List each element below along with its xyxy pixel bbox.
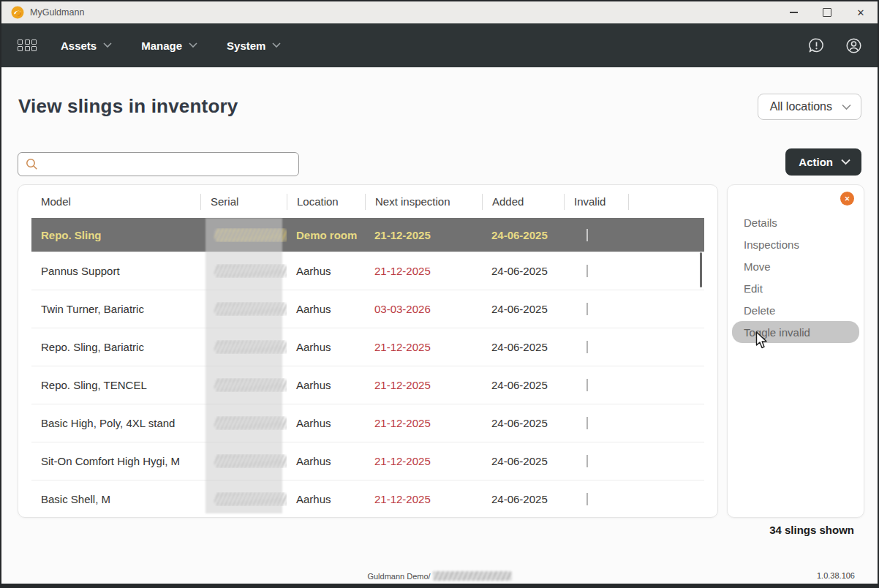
invalid-checkbox[interactable] [586, 455, 588, 467]
menu-item-move[interactable]: Move [732, 255, 859, 277]
search-icon [26, 158, 38, 170]
footer-organization: Guldmann Demo/ [1, 571, 878, 581]
table-row[interactable]: Basic Shell, M Aarhus 21-12-2025 24-06-2… [31, 480, 704, 518]
cell-model: Repo. Sling, Bariatric [31, 341, 200, 353]
cell-location: Aarhus [287, 455, 365, 467]
cell-added: 24-06-2025 [482, 455, 564, 467]
redaction-scribble [433, 571, 512, 581]
col-header-location[interactable]: Location [287, 194, 365, 210]
redaction-scribble [214, 340, 287, 354]
col-header-next-inspection[interactable]: Next inspection [365, 194, 482, 210]
menu-item-edit[interactable]: Edit [732, 277, 859, 299]
table-row[interactable]: Sit-On Comfort High Hygi, M Aarhus 21-12… [31, 442, 704, 480]
cell-serial-redacted [200, 454, 287, 468]
cell-serial-redacted [200, 340, 287, 354]
cell-serial-redacted [200, 302, 287, 316]
cell-added: 24-06-2025 [482, 303, 564, 315]
nav-assets[interactable]: Assets [61, 39, 112, 52]
col-header-added[interactable]: Added [482, 194, 564, 210]
footer-org-label: Guldmann Demo/ [367, 572, 430, 581]
cell-serial-redacted [200, 378, 287, 392]
cell-added: 24-06-2025 [482, 229, 564, 241]
cell-model: Basic High, Poly, 4XL stand [31, 417, 200, 429]
close-icon: ✕ [845, 195, 850, 203]
menu-list: Details Inspections Move Edit Delete Tog… [728, 211, 864, 343]
cell-location: Aarhus [287, 417, 365, 429]
cell-next-inspection: 21-12-2025 [365, 417, 482, 429]
cell-invalid [564, 417, 628, 429]
close-icon: ✕ [857, 8, 865, 18]
nav-manage[interactable]: Manage [141, 39, 197, 52]
table-row[interactable]: Twin Turner, Bariatric Aarhus 03-03-2026… [31, 290, 704, 328]
cell-next-inspection: 21-12-2025 [365, 341, 482, 353]
menu-item-toggle-invalid[interactable]: Toggle invalid [732, 321, 859, 343]
cell-added: 24-06-2025 [482, 493, 564, 505]
menu-item-inspections[interactable]: Inspections [732, 233, 859, 255]
menu-item-details[interactable]: Details [732, 211, 859, 233]
cell-added: 24-06-2025 [482, 379, 564, 391]
table-header-row: Model Serial Location Next inspection Ad… [31, 185, 704, 218]
maximize-icon [823, 8, 831, 17]
cell-invalid [564, 341, 628, 353]
row-action-menu: ✕ Details Inspections Move Edit Delete T… [727, 184, 864, 518]
cell-location: Aarhus [287, 493, 365, 505]
table-row[interactable]: Repo. Sling, TENCEL Aarhus 21-12-2025 24… [31, 366, 704, 404]
menu-close-badge[interactable]: ✕ [840, 192, 854, 206]
titlebar: MyGuldmann ✕ [1, 1, 878, 23]
cell-serial-redacted [200, 228, 287, 242]
page-title: View slings in inventory [18, 95, 238, 118]
invalid-checkbox[interactable] [586, 417, 588, 429]
invalid-checkbox[interactable] [586, 303, 588, 315]
invalid-checkbox[interactable] [586, 341, 588, 353]
cell-model: Twin Turner, Bariatric [31, 303, 200, 315]
cell-model: Sit-On Comfort High Hygi, M [31, 455, 200, 467]
cell-invalid [564, 379, 628, 391]
help-chat-icon[interactable] [807, 37, 826, 55]
search-input[interactable] [44, 158, 291, 171]
invalid-checkbox[interactable] [586, 265, 588, 277]
col-header-model[interactable]: Model [31, 194, 200, 210]
action-button[interactable]: Action [785, 148, 861, 176]
app-version: 1.0.38.106 [817, 571, 855, 580]
cell-next-inspection: 21-12-2025 [365, 493, 482, 505]
redaction-scribble [214, 454, 287, 468]
location-filter-select[interactable]: All locations [758, 94, 861, 120]
cell-location: Aarhus [287, 341, 365, 353]
invalid-checkbox[interactable] [586, 493, 588, 505]
search-box [18, 152, 299, 176]
redaction-scribble [214, 492, 287, 506]
app-title: MyGuldmann [30, 7, 84, 18]
cell-location: Aarhus [287, 265, 365, 277]
account-icon[interactable] [845, 37, 863, 55]
chevron-down-icon [189, 42, 197, 48]
cell-model: Repo. Sling [31, 229, 200, 241]
chevron-down-icon [842, 104, 851, 110]
table-row[interactable]: Basic High, Poly, 4XL stand Aarhus 21-12… [31, 404, 704, 442]
minimize-button[interactable] [777, 1, 810, 23]
nav-system[interactable]: System [227, 39, 281, 52]
guldmann-logo-icon [11, 6, 24, 19]
cell-next-inspection: 21-12-2025 [365, 265, 482, 277]
cell-model: Pannus Support [31, 265, 200, 277]
chevron-down-icon [103, 42, 112, 48]
app-window: MyGuldmann ✕ Assets Manage System [0, 0, 879, 588]
menu-item-delete[interactable]: Delete [732, 299, 859, 321]
navbar-right [807, 37, 863, 55]
invalid-checkbox[interactable] [586, 229, 588, 241]
navbar: Assets Manage System [1, 23, 878, 67]
cell-model: Repo. Sling, TENCEL [31, 379, 200, 391]
close-button[interactable]: ✕ [844, 1, 878, 23]
table-row[interactable]: Pannus Support Aarhus 21-12-2025 24-06-2… [31, 252, 704, 290]
cell-added: 24-06-2025 [482, 341, 564, 353]
nav-system-label: System [227, 39, 265, 52]
maximize-button[interactable] [810, 1, 844, 23]
table-row[interactable]: Repo. Sling, Bariatric Aarhus 21-12-2025… [31, 328, 704, 366]
cell-serial-redacted [200, 264, 287, 278]
table-scrollbar[interactable] [700, 252, 702, 287]
invalid-checkbox[interactable] [586, 379, 588, 391]
redaction-scribble [214, 264, 287, 278]
col-header-serial[interactable]: Serial [200, 194, 287, 210]
col-header-invalid[interactable]: Invalid [564, 194, 628, 210]
apps-grid-icon[interactable] [18, 39, 37, 52]
table-row[interactable]: Repo. Sling Demo room 21-12-2025 24-06-2… [31, 218, 704, 252]
